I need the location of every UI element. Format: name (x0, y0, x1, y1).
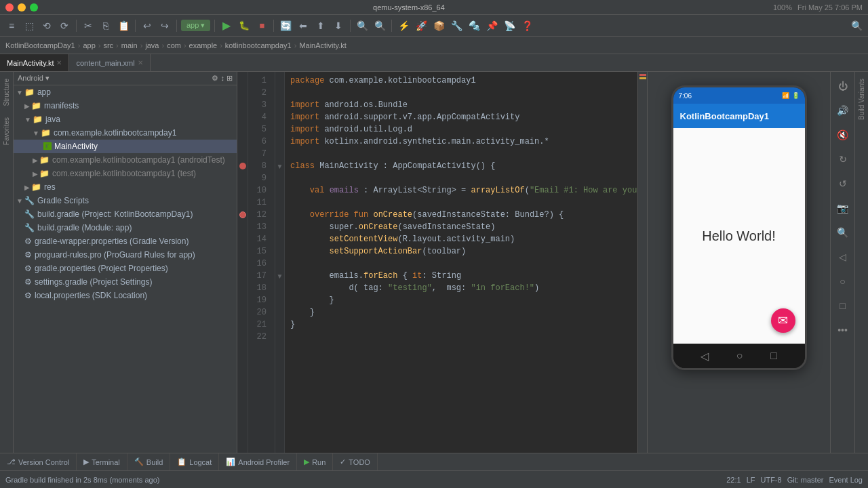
toolbar-icon-3[interactable]: ⟲ (39, 18, 54, 33)
nav-package[interactable]: kotlinbootcampday1 (225, 41, 292, 49)
search-everywhere-icon[interactable]: 🔍 (849, 18, 864, 33)
sidebar-java[interactable]: ▼ 📁 java (14, 113, 237, 126)
toolbar-icon-14[interactable]: 🔍 (355, 18, 370, 33)
status-event-log[interactable]: Event Log (829, 476, 863, 484)
fold-8[interactable]: ▼ (275, 160, 284, 172)
tab-android-profiler[interactable]: 📊 Android Profiler (219, 453, 297, 470)
toolbar-icon-4[interactable]: ⟳ (57, 18, 72, 33)
emu-back-btn[interactable]: ◁ (834, 248, 852, 266)
phone-fab-button[interactable]: ✉ (771, 308, 795, 333)
toolbar-icon-1[interactable]: ≡ (4, 18, 19, 33)
sidebar-gradle-properties[interactable]: ⚙ gradle.properties (Project Properties) (14, 262, 237, 275)
fold-17[interactable]: ▼ (275, 270, 284, 282)
phone-back-button[interactable]: ◁ (701, 350, 709, 363)
emu-camera-btn[interactable]: 📷 (834, 199, 852, 217)
sidebar-androidtest[interactable]: ▶ 📁 com.example.kotlinbootcampday1 (andr… (14, 153, 237, 167)
window-controls[interactable] (5, 3, 38, 12)
sidebar-test[interactable]: ▶ 📁 com.example.kotlinbootcampday1 (test… (14, 167, 237, 180)
emu-power-btn[interactable]: ⏻ (834, 77, 852, 95)
nav-main[interactable]: main (121, 41, 138, 49)
emu-recent-btn[interactable]: □ (834, 297, 852, 314)
toolbar-icon-17[interactable]: 🚀 (414, 18, 429, 33)
code-content[interactable]: package com.example.kotlinbootcampday1 i… (285, 72, 637, 453)
sidebar-build-gradle-module[interactable]: 🔧 build.gradle (Module: app) (14, 221, 237, 235)
nav-app[interactable]: app (83, 41, 95, 49)
status-git[interactable]: Git: master (787, 476, 824, 484)
nav-com[interactable]: com (167, 41, 181, 49)
stop-button[interactable]: ■ (254, 18, 269, 33)
debug-button[interactable]: 🐛 (237, 18, 252, 33)
sidebar-proguard[interactable]: ⚙ proguard-rules.pro (ProGuard Rules for… (14, 248, 237, 262)
tab-content-main-label: content_main.xml (76, 59, 134, 67)
status-position[interactable]: 22:1 (726, 476, 741, 484)
toolbar-icon-20[interactable]: 🔩 (467, 18, 481, 33)
emu-vol-down-btn[interactable]: 🔇 (834, 126, 852, 144)
emu-home-btn[interactable]: ○ (834, 272, 852, 290)
sidebar-mainactivity[interactable]: 🅺 MainActivity (14, 140, 237, 153)
sidebar-manifests[interactable]: ▶ 📁 manifests (14, 99, 237, 113)
toolbar-icon-8[interactable]: ↩ (140, 18, 155, 33)
emu-vol-up-btn[interactable]: 🔊 (834, 102, 852, 119)
toolbar-icon-6[interactable]: ⎘ (98, 18, 113, 33)
sidebar-build-gradle-project[interactable]: 🔧 build.gradle (Project: KotlinBootcampD… (14, 207, 237, 221)
toolbar-icon-12[interactable]: ⬆ (313, 18, 328, 33)
toolbar-icon-15[interactable]: 🔍 (372, 18, 387, 33)
toolbar-icon-21[interactable]: 📌 (484, 18, 499, 33)
minimize-button[interactable] (18, 3, 26, 12)
sidebar-settings-gradle[interactable]: ⚙ settings.gradle (Project Settings) (14, 275, 237, 289)
toolbar-icon-13[interactable]: ⬇ (331, 18, 346, 33)
sidebar-package[interactable]: ▼ 📁 com.example.kotlinbootcampday1 (14, 126, 237, 140)
toolbar-icon-5[interactable]: ✂ (81, 18, 96, 33)
tab-todo[interactable]: ✓ TODO (333, 453, 378, 470)
nav-example[interactable]: example (189, 41, 218, 49)
toolbar-icon-19[interactable]: 🔧 (449, 18, 464, 33)
nav-src[interactable]: src (103, 41, 113, 49)
nav-project[interactable]: KotlinBootcampDay1 (5, 41, 75, 49)
status-encoding[interactable]: UTF-8 (760, 476, 781, 484)
phone-content: Hello World! ✉ (673, 128, 805, 344)
phone-home-button[interactable]: ○ (736, 350, 743, 362)
tab-content-main[interactable]: content_main.xml ✕ (69, 54, 150, 71)
toolbar-icon-16[interactable]: ⚡ (396, 18, 411, 33)
phone-recent-button[interactable]: □ (770, 350, 777, 362)
toolbar-icon-2[interactable]: ⬚ (22, 18, 37, 33)
tab-logcat[interactable]: 📋 Logcat (170, 453, 219, 470)
toolbar-icon-22[interactable]: 📡 (502, 18, 517, 33)
tab-run[interactable]: ▶ Run (297, 453, 333, 470)
sidebar-app[interactable]: ▼ 📁 app (14, 85, 237, 99)
sidebar-gradle-wrapper[interactable]: ⚙ gradle-wrapper.properties (Gradle Vers… (14, 235, 237, 248)
toolbar-icon-23[interactable]: ❓ (519, 18, 534, 33)
code-editor[interactable]: 1 2 3 4 5 6 7 8 9 10 11 12 13 14 15 16 1… (237, 72, 647, 453)
toolbar-icon-18[interactable]: 📦 (431, 18, 446, 33)
sidebar-gradle-scripts[interactable]: ▼ 🔧 Gradle Scripts (14, 194, 237, 207)
tab-terminal[interactable]: ▶ Terminal (77, 453, 127, 470)
toolbar-icon-9[interactable]: ↪ (157, 18, 172, 33)
sidebar-res[interactable]: ▶ 📁 res (14, 180, 237, 194)
tab-content-main-close[interactable]: ✕ (138, 59, 143, 66)
status-linesep[interactable]: LF (747, 476, 755, 484)
sidebar-local-properties[interactable]: ⚙ local.properties (SDK Location) (14, 289, 237, 302)
toolbar-icon-10[interactable]: 🔄 (278, 18, 293, 33)
nav-mainactivity[interactable]: MainActivity.kt (299, 41, 346, 49)
run-button[interactable]: ▶ (219, 18, 234, 33)
gw-label: gradle-wrapper.properties (Gradle Versio… (35, 237, 189, 246)
side-tab-favorites[interactable]: Favorites (1, 113, 12, 149)
side-tab-build-variants[interactable]: Build Variants (856, 75, 867, 124)
close-button[interactable] (5, 3, 14, 12)
emu-rotate-right-btn[interactable]: ↺ (834, 175, 852, 192)
tab-version-control[interactable]: ⎇ Version Control (0, 453, 77, 470)
app-dropdown[interactable]: app ▾ (181, 20, 210, 31)
tab-mainactivity-close[interactable]: ✕ (56, 59, 62, 66)
emu-more-btn[interactable]: ••• (834, 321, 852, 339)
toolbar-icon-7[interactable]: 📋 (116, 18, 131, 33)
side-tab-structure[interactable]: Structure (1, 75, 12, 110)
pkg-label: com.example.kotlinbootcampday1 (54, 128, 176, 138)
tab-build[interactable]: 🔨 Build (127, 453, 170, 470)
toolbar-icon-11[interactable]: ⬅ (296, 18, 311, 33)
emu-zoom-btn[interactable]: 🔍 (834, 224, 852, 241)
status-build-msg[interactable]: Gradle build finished in 2s 8ms (moments… (5, 476, 159, 484)
tab-mainactivity[interactable]: MainActivity.kt ✕ (0, 54, 69, 71)
nav-java[interactable]: java (145, 41, 159, 49)
emu-rotate-left-btn[interactable]: ↺ (834, 150, 852, 168)
maximize-button[interactable] (30, 3, 38, 12)
